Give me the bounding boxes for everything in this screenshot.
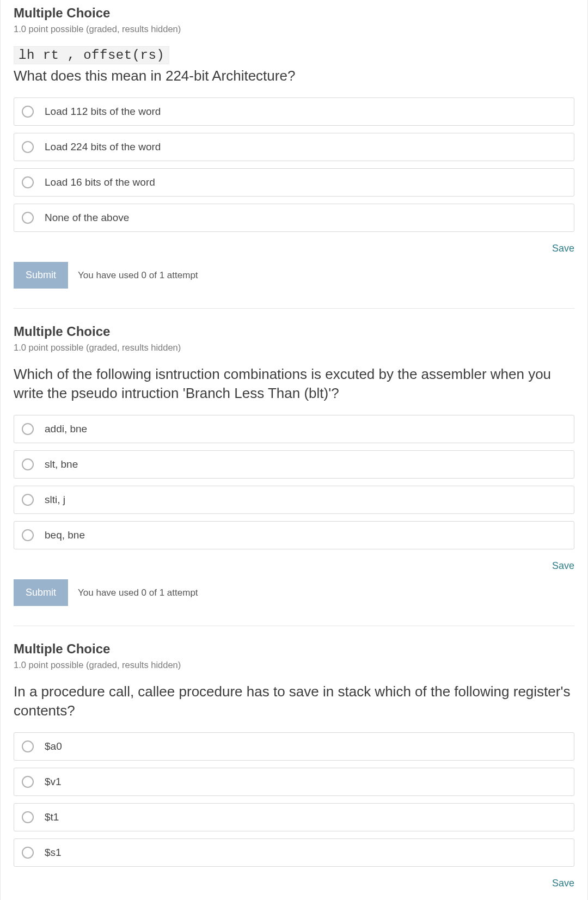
quiz-container: Multiple Choice 1.0 point possible (grad… xyxy=(0,0,588,900)
radio-icon xyxy=(22,176,34,188)
submit-button[interactable]: Submit xyxy=(14,262,68,289)
option-label: $v1 xyxy=(45,776,62,788)
radio-icon xyxy=(22,529,34,541)
option-label: None of the above xyxy=(45,212,129,224)
radio-icon xyxy=(22,423,34,435)
attempt-text: You have used 0 of 1 attempt xyxy=(78,587,198,598)
submit-button[interactable]: Submit xyxy=(14,579,68,606)
save-link[interactable]: Save xyxy=(552,878,574,889)
question-code: lh rt , offset(rs) xyxy=(14,46,169,64)
option-row[interactable]: Load 224 bits of the word xyxy=(14,133,574,161)
radio-icon xyxy=(22,106,34,118)
option-row[interactable]: slt, bne xyxy=(14,450,574,479)
submit-row: Submit You have used 0 of 1 attempt xyxy=(14,262,574,289)
question-title: Multiple Choice xyxy=(14,324,574,339)
option-label: Load 16 bits of the word xyxy=(45,176,155,188)
option-label: Load 224 bits of the word xyxy=(45,141,161,153)
radio-icon xyxy=(22,212,34,224)
option-label: Load 112 bits of the word xyxy=(45,106,161,118)
option-row[interactable]: $v1 xyxy=(14,768,574,796)
question-block: Multiple Choice 1.0 point possible (grad… xyxy=(14,324,574,626)
option-row[interactable]: $a0 xyxy=(14,732,574,761)
option-label: $t1 xyxy=(45,811,59,823)
question-text: In a procedure call, callee procedure ha… xyxy=(14,682,574,720)
question-subtitle: 1.0 point possible (graded, results hidd… xyxy=(14,660,574,670)
option-row[interactable]: $t1 xyxy=(14,803,574,831)
question-text: What does this mean in 224-bit Architect… xyxy=(14,66,574,85)
save-link[interactable]: Save xyxy=(552,560,574,571)
question-text: Which of the following isntruction combi… xyxy=(14,365,574,403)
option-label: $a0 xyxy=(45,740,62,752)
submit-row: Submit You have used 0 of 1 attempt xyxy=(14,579,574,606)
option-row[interactable]: beq, bne xyxy=(14,521,574,549)
radio-icon xyxy=(22,494,34,506)
option-label: beq, bne xyxy=(45,529,85,541)
option-label: addi, bne xyxy=(45,423,87,435)
radio-icon xyxy=(22,811,34,823)
save-row: Save xyxy=(14,243,574,254)
option-row[interactable]: Load 112 bits of the word xyxy=(14,97,574,126)
question-title: Multiple Choice xyxy=(14,5,574,21)
option-label: $s1 xyxy=(45,847,62,859)
save-row: Save xyxy=(14,560,574,572)
save-link[interactable]: Save xyxy=(552,243,574,254)
option-row[interactable]: addi, bne xyxy=(14,415,574,443)
question-title: Multiple Choice xyxy=(14,641,574,657)
option-row[interactable]: $s1 xyxy=(14,838,574,867)
option-row[interactable]: Load 16 bits of the word xyxy=(14,168,574,197)
radio-icon xyxy=(22,141,34,153)
question-subtitle: 1.0 point possible (graded, results hidd… xyxy=(14,24,574,34)
radio-icon xyxy=(22,776,34,788)
option-row[interactable]: None of the above xyxy=(14,204,574,232)
radio-icon xyxy=(22,847,34,859)
attempt-text: You have used 0 of 1 attempt xyxy=(78,270,198,281)
question-block: Multiple Choice 1.0 point possible (grad… xyxy=(14,641,574,900)
question-subtitle: 1.0 point possible (graded, results hidd… xyxy=(14,342,574,353)
option-row[interactable]: slti, j xyxy=(14,486,574,514)
save-row: Save xyxy=(14,878,574,889)
question-block: Multiple Choice 1.0 point possible (grad… xyxy=(14,5,574,309)
option-label: slt, bne xyxy=(45,458,78,470)
option-label: slti, j xyxy=(45,494,65,506)
radio-icon xyxy=(22,740,34,752)
radio-icon xyxy=(22,458,34,470)
